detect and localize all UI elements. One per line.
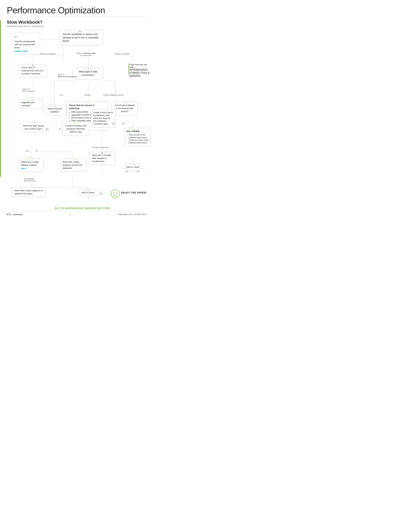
header-divider [7, 17, 146, 17]
realtime-icon: ? [52, 104, 57, 109]
custom-sql-yes: Yes [26, 150, 29, 152]
label-faster-other: Faster on other machines [22, 88, 35, 92]
still-slow-1-no: No [100, 192, 102, 194]
footer: interworks 1 interworks.com | 405.624.32… [7, 211, 146, 216]
still-slow-2-icon: ? [131, 163, 136, 167]
calcs-icon: ? [123, 100, 127, 105]
cta-box[interactable]: ↓GO TO WORKBOOK DESIGN SECTION [48, 206, 113, 210]
define-joins-icon: ✓ [28, 158, 33, 162]
solutions-b1: Push all calcs to the published data sou… [129, 134, 148, 139]
local-copy-box: Create a local copy to troubleshoot, the… [91, 109, 116, 127]
smaller-sample-icon: 🖱 [100, 151, 105, 155]
calcs-yes-label: Yes [112, 122, 115, 125]
custom-sql-no: No [35, 150, 38, 152]
create-extract-text: Create an extract and schedule refreshes… [64, 124, 87, 134]
footer-page-num: 1 [70, 213, 71, 216]
still-slow-2-yes: Yes [125, 170, 128, 173]
start-box: ↩ Find the workbook(s) with the slowest … [12, 33, 40, 55]
footer-company-name: interworks [13, 213, 23, 216]
calcs-text: Are all calcs defined in the shared data… [114, 104, 136, 113]
calcs-no-label: No [122, 122, 124, 125]
label-shared: Shared (Tableau Server) [103, 94, 123, 96]
svg-point-39 [111, 190, 120, 198]
optimize-query-text: Work with a data engineer to optimize th… [14, 189, 43, 195]
solutions-icon: ✓ [129, 127, 133, 131]
enjoy-label: ENJOY THE SPEED! [121, 191, 147, 194]
heres-how-link[interactable]: HERE'S HOW [14, 50, 37, 53]
label-slower-desktop: Slower on Desktop [40, 53, 56, 55]
data-connection-icon: ? [86, 66, 91, 71]
svg-rect-44 [9, 213, 11, 214]
subtitle-bold: Slow Workbook? [7, 19, 146, 25]
system-check-icon: 🖱 [30, 63, 35, 68]
interworks-link[interactable]: INTERWORKS [129, 68, 148, 71]
label-extract: Extract [85, 94, 91, 96]
label-slower-server: Slower on Server [115, 53, 129, 55]
svg-rect-43 [7, 215, 9, 215]
upgrade-icon: ✓ [28, 98, 33, 103]
start-text: Find the workbook(s) with the slowest lo… [14, 40, 37, 49]
not-possible-label: Not possible with this query [24, 178, 36, 182]
solutions-b2: Create an extract of the published data … [129, 139, 148, 144]
svg-rect-42 [7, 214, 9, 215]
svg-rect-45 [9, 214, 11, 216]
power-tools-link[interactable]: POWER TOOLS: SERVER [129, 72, 150, 77]
learn-help-text: Learn how we can help. [129, 63, 151, 68]
footer-website: interworks.com | 405.624.3214 [118, 213, 146, 216]
svg-point-41 [116, 193, 117, 194]
still-slow-2-no: No [137, 170, 139, 173]
extract-icon: ✓ [86, 100, 91, 105]
footer-logo: interworks [7, 213, 23, 216]
subtitle-small: SERVER AND DATA SOURCES [7, 25, 146, 28]
page-title: Performance Optimization [7, 5, 146, 15]
label-live: Live [60, 94, 63, 96]
label-slow-both: Slow on Slow on both or Server N/A [76, 52, 95, 56]
label-slow-all: Slow on Slow on all machines [58, 74, 77, 78]
still-slow-1-icon: ? [86, 188, 90, 193]
realtime-no-label: No [59, 128, 61, 130]
local-copy-text: Create a local copy to troubleshoot, the… [93, 111, 113, 125]
test-icon: 🖱 [77, 29, 82, 34]
svg-point-40 [113, 193, 114, 194]
solutions-box: SOLUTIONS: Push all calcs to the publish… [124, 128, 150, 146]
too-big-label: Too big to download [92, 146, 109, 149]
optimize-query-box: Work with a data engineer to optimize th… [12, 187, 46, 197]
test-text: Test the workbook on Server and Desktop … [62, 33, 100, 43]
interworks-logo-icon [7, 213, 12, 216]
smiley-face [111, 189, 120, 199]
green-bar [0, 20, 1, 177]
realtime-yes-label: Yes [46, 128, 49, 130]
tune-db-icon: ✓ [71, 158, 75, 162]
why-link[interactable]: WHY? [21, 167, 41, 170]
create-extract-icon: ✓ [74, 121, 78, 126]
learn-help-box: Learn how we can help. INTERWORKS POWER … [129, 63, 151, 78]
custom-sql-icon: ? [32, 121, 37, 126]
